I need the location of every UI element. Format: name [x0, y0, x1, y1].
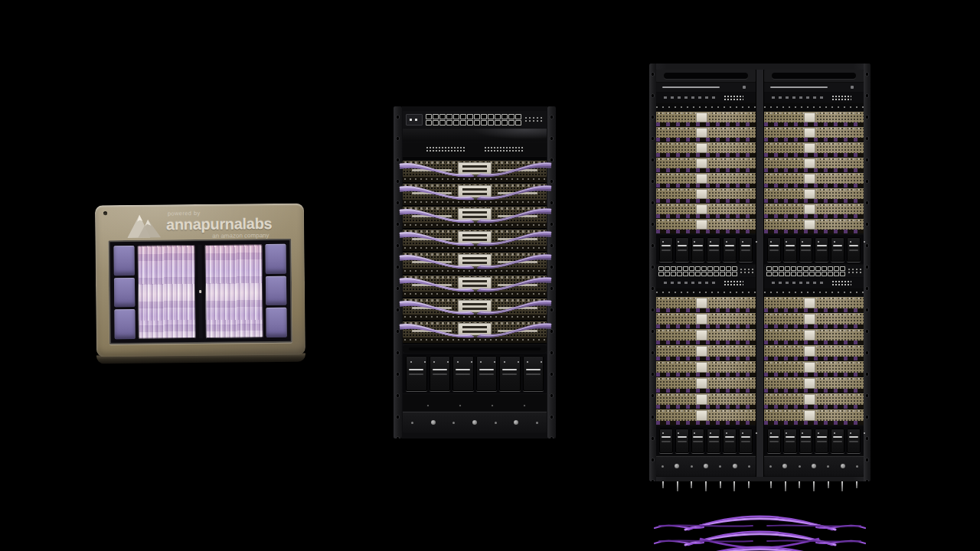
- purple-cable: [688, 532, 832, 545]
- tray-io-strip: [656, 168, 756, 172]
- tray-io-strip: [656, 389, 756, 393]
- screw: [691, 465, 693, 468]
- server-tray: [764, 142, 864, 157]
- port-row: [658, 272, 737, 276]
- hbm-column-left: [113, 246, 135, 339]
- tray-center-module: [696, 204, 707, 214]
- tray-connector-bar: [412, 192, 452, 194]
- rack-rail-left: [394, 106, 402, 439]
- psu-module: [799, 429, 813, 453]
- foot-pin: [705, 481, 707, 491]
- server-tray: [403, 276, 547, 297]
- patch-panel: [656, 265, 756, 277]
- tray-io-strip: [656, 122, 756, 126]
- tray-io-strip: [764, 341, 864, 344]
- tray-io-strip: [403, 246, 547, 251]
- tray-io-strip: [656, 421, 756, 425]
- foot-pin: [720, 481, 721, 488]
- server-tray: [764, 361, 864, 377]
- tray-center-module: [696, 362, 707, 373]
- purple-cable: [688, 547, 832, 551]
- ethernet-port: [501, 114, 508, 119]
- ethernet-port: [488, 120, 494, 126]
- network-switch: [656, 83, 756, 92]
- ethernet-port: [481, 120, 487, 126]
- tray-io-strip: [764, 199, 864, 203]
- server-tray: [656, 297, 756, 312]
- psu-module: [707, 429, 720, 453]
- tray-io-strip: [656, 308, 756, 312]
- power-shelf: [764, 235, 864, 264]
- ethernet-port: [822, 272, 827, 276]
- psu-module: [675, 237, 689, 262]
- ethernet-port: [467, 120, 473, 126]
- tray-io-strip: [656, 138, 756, 142]
- rack-halves: [656, 70, 864, 477]
- server-tray: [764, 313, 864, 328]
- ethernet-port: [508, 114, 514, 119]
- port-grid: [658, 266, 737, 276]
- product-scene: powered by annapurnalabs an amazon compa…: [0, 0, 980, 551]
- ethernet-port: [433, 120, 439, 126]
- switch-port-row: [656, 103, 756, 111]
- rack-interior: [402, 106, 547, 439]
- ethernet-port: [426, 120, 432, 126]
- tray-io-strip: [656, 184, 756, 187]
- ethernet-port: [779, 266, 784, 271]
- purple-cable: [685, 534, 835, 545]
- top-bezel: [764, 70, 864, 82]
- tray-center-module: [804, 112, 815, 122]
- tray-center-module: [804, 362, 815, 373]
- network-switch: [656, 93, 756, 103]
- center-divider: [756, 70, 764, 477]
- ethernet-port: [683, 272, 688, 276]
- tray-io-strip: [403, 200, 547, 205]
- compute-die-left: [137, 245, 195, 339]
- power-shelf: [764, 426, 864, 455]
- server-tray: [764, 158, 864, 172]
- ethernet-port: [474, 120, 480, 126]
- tray-center-module: [804, 128, 815, 138]
- tray-center-module: [804, 378, 815, 389]
- psu-module: [452, 356, 474, 391]
- power-shelf: [656, 426, 756, 455]
- tray-center-module: [458, 185, 492, 200]
- screw: [675, 464, 679, 468]
- ethernet-port: [809, 272, 815, 276]
- screw: [536, 422, 538, 424]
- tray-center-module: [696, 314, 707, 324]
- lower-recess: [403, 394, 547, 411]
- tray-io-strip: [764, 357, 864, 360]
- server-tray: [764, 204, 864, 218]
- server-tray: [764, 377, 864, 393]
- tray-center-module: [804, 298, 815, 308]
- ethernet-port: [732, 272, 737, 276]
- tray-io-strip: [656, 199, 756, 203]
- tray-io-strip: [656, 324, 756, 328]
- ethernet-port: [689, 272, 694, 276]
- ethernet-port: [809, 266, 815, 271]
- tray-center-module: [804, 394, 815, 405]
- ethernet-port: [785, 272, 790, 276]
- screw: [799, 465, 801, 468]
- compute-die-right: [204, 244, 263, 338]
- bezel-slot: [664, 73, 747, 79]
- server-tray: [403, 207, 547, 228]
- tray-center-module: [696, 174, 707, 184]
- ethernet-port: [481, 114, 487, 119]
- port-indicator-dots: [848, 268, 861, 275]
- pin1-marker: [103, 211, 107, 215]
- server-tray: [656, 393, 756, 409]
- foot-pin: [785, 481, 786, 491]
- ethernet-port: [803, 266, 808, 271]
- ethernet-port: [453, 120, 459, 126]
- trainium-chip-package: powered by annapurnalabs an amazon compa…: [95, 204, 305, 364]
- top-bezel: [656, 70, 756, 82]
- tray-center-module: [696, 220, 707, 230]
- screw: [733, 464, 737, 468]
- screw: [495, 422, 497, 424]
- brand-label: annapurnalabs: [166, 216, 273, 232]
- ethernet-port: [677, 272, 682, 276]
- ethernet-port: [665, 266, 670, 271]
- ethernet-port: [446, 114, 452, 119]
